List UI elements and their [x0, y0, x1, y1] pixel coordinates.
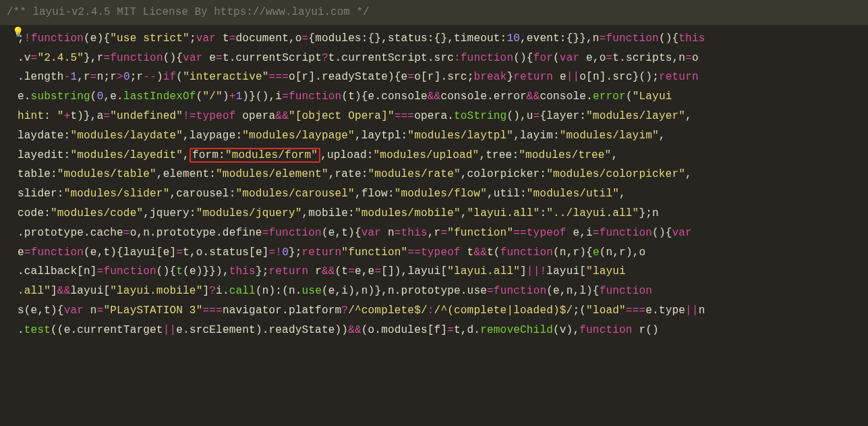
code-editor[interactable]: /** layui-v2.4.5 MIT License By https://… [0, 0, 868, 426]
code-token: ,tree: [479, 149, 519, 161]
code-token: function [461, 52, 513, 64]
code-token: e [203, 52, 216, 64]
code-token: = [103, 52, 110, 64]
code-token: t.scripts,n [612, 52, 685, 64]
code-token: ((e.currentTarget [51, 324, 163, 336]
code-token: =! [269, 246, 283, 259]
code-token: substring [31, 90, 90, 103]
code-token: , [685, 110, 692, 122]
code-token: {layer: [540, 110, 586, 122]
code-token: "modules/code" [51, 207, 143, 219]
code-token: && [428, 90, 441, 103]
code-token: && [275, 110, 289, 122]
code-token: function [494, 285, 546, 297]
code-token: form: [192, 149, 225, 161]
highlighted-form-module: form:"modules/form" [190, 148, 320, 163]
code-token: r [633, 324, 646, 336]
code-token: ,r [77, 71, 90, 83]
code-token: "function" [341, 246, 407, 259]
code-token: []),layui[ [381, 265, 447, 277]
code-token: "2.4.5" [37, 52, 84, 64]
code-token: == [407, 246, 421, 259]
code-token: && [527, 90, 540, 103]
code-token: return [659, 71, 699, 83]
code-token: = [90, 71, 97, 83]
code-token: . [18, 324, 24, 336]
source-code[interactable]: ;!function(e){"use strict";var t=documen… [0, 25, 868, 344]
code-token: "modules/rate" [368, 168, 461, 180]
code-token: ,upload: [320, 149, 373, 161]
file-header-comment: /** layui-v2.4.5 MIT License By https://… [0, 0, 868, 25]
code-token: = [606, 52, 612, 64]
code-token: function [103, 265, 156, 277]
code-token: , [611, 149, 618, 161]
code-token: t [176, 265, 183, 277]
code-token: != [183, 110, 196, 122]
code-token: ? [209, 285, 216, 297]
code-token: (e)}}), [183, 265, 229, 277]
code-token: + [229, 90, 236, 103]
code-token: o[r].src; [414, 71, 473, 83]
code-token: (e,i),n)},n.prototype.use [322, 285, 487, 297]
code-token: this [401, 227, 428, 239]
code-token: = [374, 265, 381, 277]
code-token: function [600, 227, 652, 239]
code-token: "layui.mobile" [110, 285, 202, 297]
code-token: = [31, 52, 38, 64]
code-token: 1 [70, 71, 77, 83]
code-token: = [123, 227, 130, 239]
code-token: "modules/form" [225, 149, 318, 161]
code-token: , [685, 168, 692, 180]
code-token: "[object Opera]" [289, 110, 395, 122]
code-token: ,jquery: [143, 207, 196, 219]
code-token: "Layui [633, 90, 679, 103]
code-token: navigator.platform [223, 304, 341, 317]
code-token: "/" [203, 90, 223, 103]
code-token: if [163, 71, 177, 83]
code-token: "modules/upload" [374, 149, 480, 161]
code-token: s [18, 304, 24, 317]
code-token: = [97, 265, 104, 277]
code-token: o[n].src}(); [579, 71, 659, 83]
code-token: ( [626, 90, 633, 103]
code-token: 0 [97, 90, 104, 103]
code-token: .prototype.cache [18, 227, 123, 239]
code-token: = [24, 246, 31, 259]
code-token: {modules:{},status:{},timeout: [308, 32, 507, 45]
code-token: e.type [645, 304, 685, 317]
code-token: || [163, 324, 177, 336]
code-token: && [322, 265, 335, 277]
code-token: ,laytpl: [355, 130, 407, 142]
code-token: && [473, 246, 487, 259]
code-token: opera. [414, 110, 454, 122]
code-token: 0 [282, 246, 289, 259]
code-token: toString [454, 110, 507, 122]
code-token: o[r].readyState){e [289, 71, 407, 83]
code-token: ; [190, 32, 196, 45]
code-token: = [407, 71, 414, 83]
code-token: "modules/util" [527, 188, 619, 200]
code-token: , [461, 207, 467, 219]
code-token: layui[ [70, 285, 110, 297]
code-token: "layui [586, 265, 626, 277]
code-token: (n,r){ [553, 246, 593, 259]
code-token: lastIndexOf [123, 90, 196, 103]
code-token: (n,r),o [600, 246, 646, 259]
code-token: t.currentScript.src [328, 52, 454, 64]
code-token: ,element: [156, 168, 216, 180]
code-token: t)},a [70, 110, 103, 122]
code-token: ,laypage: [183, 130, 242, 142]
code-token: .length [18, 71, 64, 83]
lightbulb-icon[interactable]: 💡 [12, 24, 24, 41]
code-token: ) [156, 71, 163, 83]
code-token: e [593, 246, 600, 259]
code-token: e [553, 71, 567, 83]
code-token: .callback[n] [18, 265, 97, 277]
code-token: n [84, 304, 97, 317]
code-token: "modules/tree" [519, 149, 611, 161]
code-token: function [268, 227, 321, 239]
code-token: "modules/laypage" [242, 130, 355, 142]
code-token: return [302, 246, 342, 259]
code-token: function [606, 32, 658, 45]
code-token: use [302, 285, 322, 297]
